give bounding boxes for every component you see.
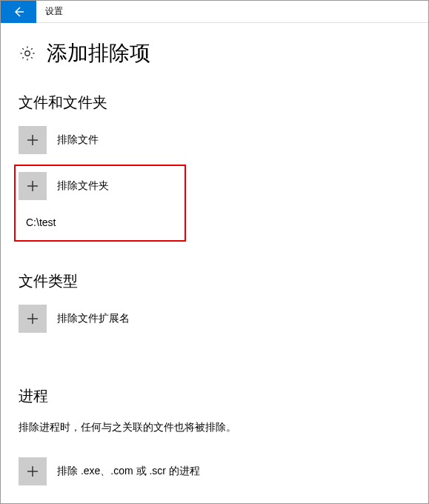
svg-point-0 — [25, 51, 30, 56]
titlebar: 设置 — [1, 1, 428, 23]
section-title-types: 文件类型 — [19, 271, 410, 291]
section-file-types: 文件类型 排除文件扩展名 — [19, 271, 410, 333]
folder-exclusion-item[interactable]: C:\test — [26, 216, 180, 228]
add-extension-row[interactable]: 排除文件扩展名 — [19, 305, 410, 333]
window-title: 设置 — [45, 5, 63, 18]
section-processes: 进程 排除进程时，任何与之关联的文件也将被排除。 排除 .exe、.com 或 … — [19, 386, 410, 485]
section-files-folders: 文件和文件夹 排除文件 排除文件夹 C:\test — [19, 93, 410, 242]
page-title: 添加排除项 — [47, 39, 150, 67]
add-process-row[interactable]: 排除 .exe、.com 或 .scr 的进程 — [19, 457, 410, 485]
add-file-label: 排除文件 — [57, 133, 99, 147]
add-extension-label: 排除文件扩展名 — [57, 312, 130, 325]
add-file-button[interactable] — [19, 126, 47, 154]
plus-icon — [27, 180, 39, 192]
processes-description: 排除进程时，任何与之关联的文件也将被排除。 — [19, 420, 410, 435]
gear-icon — [19, 44, 36, 62]
add-process-button[interactable] — [19, 457, 47, 485]
add-process-label: 排除 .exe、.com 或 .scr 的进程 — [57, 465, 200, 478]
add-folder-row[interactable]: 排除文件夹 — [19, 172, 180, 200]
section-title-processes: 进程 — [19, 386, 410, 406]
add-folder-button[interactable] — [19, 172, 47, 200]
page-header: 添加排除项 — [19, 39, 410, 67]
plus-icon — [27, 465, 39, 477]
content: 添加排除项 文件和文件夹 排除文件 排除文件夹 C:\test — [1, 23, 428, 485]
plus-icon — [27, 313, 39, 325]
add-file-row[interactable]: 排除文件 — [19, 126, 410, 154]
add-folder-label: 排除文件夹 — [57, 179, 109, 193]
add-extension-button[interactable] — [19, 305, 47, 333]
highlight-box: 排除文件夹 C:\test — [14, 165, 186, 242]
section-title-files: 文件和文件夹 — [19, 93, 410, 113]
back-button[interactable] — [1, 1, 36, 23]
arrow-left-icon — [13, 6, 24, 18]
plus-icon — [27, 134, 39, 146]
